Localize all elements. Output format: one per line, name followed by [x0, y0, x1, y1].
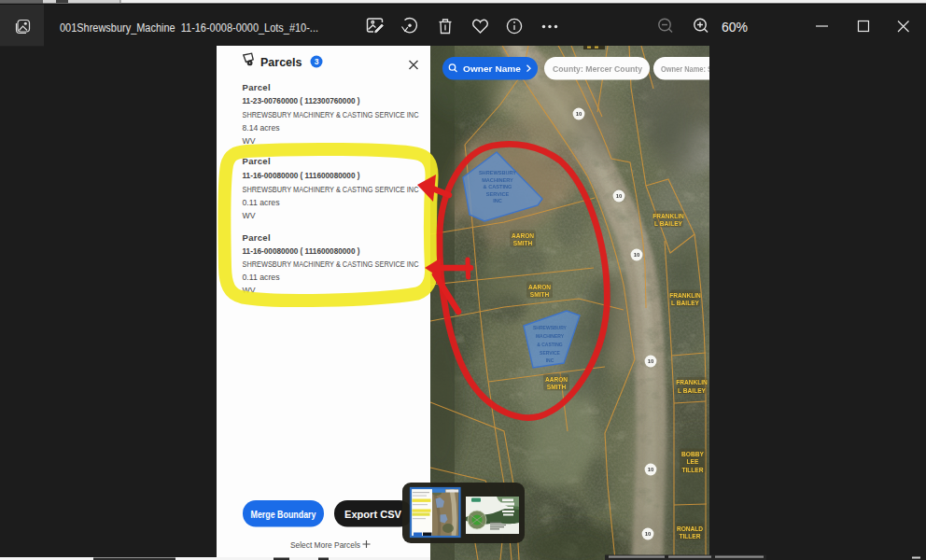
svg-text:SMITH: SMITH — [530, 291, 550, 298]
svg-text:SMITH: SMITH — [513, 240, 533, 246]
svg-text:SHREWSBURY: SHREWSBURY — [479, 170, 516, 175]
svg-text:11-23-00760000 ( 112300760000: 11-23-00760000 ( 112300760000 ) — [243, 95, 360, 105]
svg-text:L BAILEY: L BAILEY — [678, 387, 707, 394]
svg-text:10: 10 — [645, 531, 652, 537]
svg-text:AARON: AARON — [512, 232, 534, 239]
svg-text:FRANKLIN: FRANKLIN — [652, 213, 684, 219]
svg-text:INC: INC — [546, 357, 554, 363]
svg-text:LEE: LEE — [687, 458, 699, 465]
svg-text:0.11 acres: 0.11 acres — [243, 272, 280, 282]
svg-text:MACHINERY: MACHINERY — [536, 333, 565, 339]
svg-text:Merge Boundary: Merge Boundary — [251, 509, 316, 520]
svg-text:Select More Parcels: Select More Parcels — [290, 539, 360, 550]
svg-text:BOBBY: BOBBY — [681, 451, 704, 457]
svg-text:Parcels: Parcels — [260, 56, 302, 69]
svg-text:AARON: AARON — [528, 284, 551, 290]
svg-text:Export CSV: Export CSV — [344, 509, 401, 520]
svg-text:Owner Name: Owner Name — [463, 63, 521, 74]
svg-text:10: 10 — [648, 467, 654, 472]
svg-text:INC: INC — [493, 198, 502, 203]
svg-text:SHREWSBURY MACHINERY & CASTING: SHREWSBURY MACHINERY & CASTING SERVICE I… — [243, 259, 419, 269]
svg-text:WV: WV — [243, 210, 257, 220]
svg-text:WV: WV — [243, 135, 257, 146]
svg-text:10: 10 — [634, 252, 640, 258]
svg-text:& CASTING: & CASTING — [484, 184, 512, 189]
svg-text:Owner Name: S: Owner Name: S — [661, 63, 712, 74]
svg-text:10: 10 — [616, 193, 623, 199]
svg-text:TILLER: TILLER — [681, 467, 703, 473]
svg-text:001Shrewsbury_Machine 11-16-0: 001Shrewsbury_Machine 11-16-0008-0000_Lo… — [60, 21, 318, 35]
svg-text:Parcel: Parcel — [243, 82, 271, 92]
svg-text:RONALD: RONALD — [677, 525, 703, 532]
svg-text:10: 10 — [648, 358, 654, 364]
svg-text:0.11 acres: 0.11 acres — [243, 197, 280, 207]
svg-text:SHREWSBURY MACHINERY & CASTING: SHREWSBURY MACHINERY & CASTING SERVICE I… — [243, 184, 419, 194]
svg-text:10: 10 — [576, 111, 582, 117]
svg-text:L BAILEY: L BAILEY — [671, 300, 700, 306]
svg-text:SHREWSBURY: SHREWSBURY — [533, 325, 568, 330]
svg-text:SMITH: SMITH — [547, 384, 567, 390]
svg-text:8.14 acres: 8.14 acres — [243, 122, 280, 133]
svg-text:L BAILEY: L BAILEY — [654, 220, 683, 227]
svg-text:Parcel: Parcel — [243, 232, 271, 243]
svg-text:SERVICE: SERVICE — [486, 191, 510, 197]
svg-text:60%: 60% — [722, 20, 748, 35]
svg-text:11-16-00080000 ( 111600080000: 11-16-00080000 ( 111600080000 ) — [243, 170, 360, 180]
svg-text:FRANKLIN: FRANKLIN — [676, 379, 708, 385]
svg-text:TILLER: TILLER — [679, 533, 700, 539]
svg-text:SERVICE: SERVICE — [540, 350, 561, 356]
svg-text:& CASTING: & CASTING — [537, 342, 563, 347]
svg-text:FRANKLIN: FRANKLIN — [669, 292, 701, 299]
svg-text:MACHINERY: MACHINERY — [482, 177, 513, 183]
svg-text:11-16-00080000 ( 111600080000: 11-16-00080000 ( 111600080000 ) — [243, 245, 360, 256]
svg-text:County: Mercer County: County: Mercer County — [553, 63, 643, 74]
svg-text:AARON: AARON — [545, 376, 568, 383]
svg-text:3: 3 — [315, 57, 319, 66]
svg-text:SHREWSBURY MACHINERY & CASTING: SHREWSBURY MACHINERY & CASTING SERVICE I… — [243, 109, 419, 119]
